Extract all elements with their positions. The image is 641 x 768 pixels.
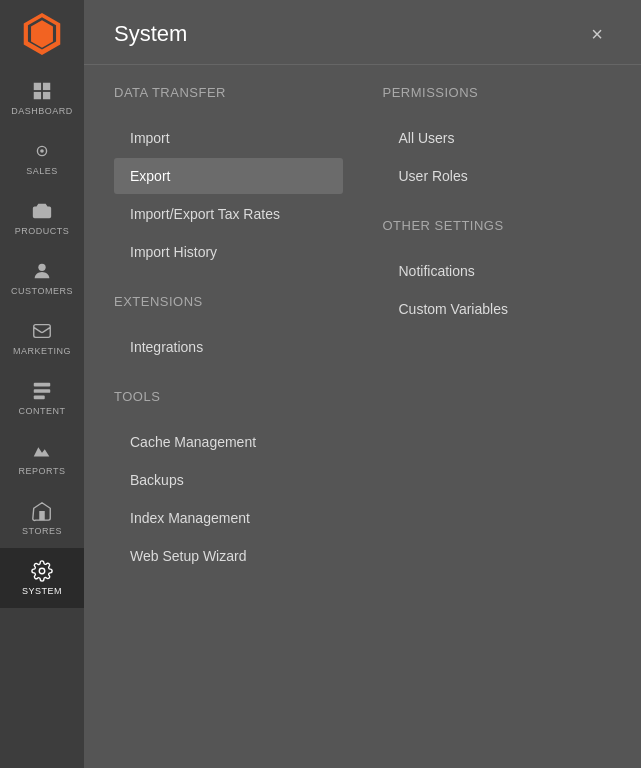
other-settings-section: Other Settings Notifications Custom Vari… (383, 218, 612, 327)
tools-title: Tools (114, 389, 343, 408)
marketing-icon (31, 320, 53, 342)
sidebar-item-products[interactable]: Products (0, 188, 84, 248)
svg-rect-3 (43, 92, 50, 99)
sidebar-item-content-label: Content (19, 406, 66, 416)
svg-point-5 (38, 264, 45, 271)
svg-rect-7 (34, 389, 51, 393)
sidebar: Dashboard Sales Products Customers Marke… (0, 0, 84, 768)
sidebar-item-reports[interactable]: Reports (0, 428, 84, 488)
custom-variables-link[interactable]: Custom Variables (383, 291, 612, 327)
sales-icon (31, 140, 53, 162)
svg-rect-8 (34, 396, 45, 400)
backups-link[interactable]: Backups (114, 462, 343, 498)
sidebar-item-sales-label: Sales (26, 166, 58, 176)
sidebar-item-sales[interactable]: Sales (0, 128, 84, 188)
tools-section: Tools Cache Management Backups Index Man… (114, 389, 343, 574)
other-settings-title: Other Settings (383, 218, 612, 237)
permissions-title: Permissions (383, 85, 612, 104)
sidebar-item-content[interactable]: Content (0, 368, 84, 428)
panel-title: System (114, 21, 187, 47)
panel-header: System × (84, 0, 641, 65)
sidebar-item-dashboard[interactable]: Dashboard (0, 68, 84, 128)
permissions-section: Permissions All Users User Roles (383, 85, 612, 194)
main-content: System × Data Transfer Import Export Imp… (84, 0, 641, 768)
content-icon (31, 380, 53, 402)
sidebar-item-customers[interactable]: Customers (0, 248, 84, 308)
notifications-link[interactable]: Notifications (383, 253, 612, 289)
index-management-link[interactable]: Index Management (114, 500, 343, 536)
extensions-section: Extensions Integrations (114, 294, 343, 365)
import-export-tax-link[interactable]: Import/Export Tax Rates (114, 196, 343, 232)
data-transfer-section: Data Transfer Import Export Import/Expor… (114, 85, 343, 270)
panel-body: Data Transfer Import Export Import/Expor… (84, 65, 641, 618)
user-roles-link[interactable]: User Roles (383, 158, 612, 194)
integrations-link[interactable]: Integrations (114, 329, 343, 365)
stores-icon (31, 500, 53, 522)
all-users-link[interactable]: All Users (383, 120, 612, 156)
sidebar-item-stores-label: Stores (22, 526, 62, 536)
customers-icon (31, 260, 53, 282)
svg-rect-0 (34, 83, 41, 90)
system-icon (31, 560, 53, 582)
sidebar-item-products-label: Products (15, 226, 70, 236)
sidebar-item-system-label: System (22, 586, 62, 596)
dashboard-icon (31, 80, 53, 102)
sidebar-item-stores[interactable]: Stores (0, 488, 84, 548)
sidebar-item-marketing[interactable]: Marketing (0, 308, 84, 368)
sidebar-item-customers-label: Customers (11, 286, 73, 296)
sidebar-item-marketing-label: Marketing (13, 346, 71, 356)
sidebar-item-system[interactable]: System (0, 548, 84, 608)
svg-rect-2 (34, 92, 41, 99)
export-link[interactable]: Export (114, 158, 343, 194)
cache-management-link[interactable]: Cache Management (114, 424, 343, 460)
reports-icon (31, 440, 53, 462)
sidebar-item-dashboard-label: Dashboard (11, 106, 73, 116)
products-icon (31, 200, 53, 222)
close-button[interactable]: × (583, 20, 611, 48)
panel-right-col: Permissions All Users User Roles Other S… (383, 85, 612, 598)
system-panel: System × Data Transfer Import Export Imp… (84, 0, 641, 768)
svg-point-4 (40, 149, 44, 153)
sidebar-logo (0, 0, 84, 68)
svg-point-9 (39, 568, 45, 574)
web-setup-wizard-link[interactable]: Web Setup Wizard (114, 538, 343, 574)
svg-rect-1 (43, 83, 50, 90)
data-transfer-title: Data Transfer (114, 85, 343, 104)
panel-left-col: Data Transfer Import Export Import/Expor… (114, 85, 343, 598)
import-link[interactable]: Import (114, 120, 343, 156)
magento-logo (21, 13, 63, 55)
svg-rect-6 (34, 383, 51, 387)
extensions-title: Extensions (114, 294, 343, 313)
import-history-link[interactable]: Import History (114, 234, 343, 270)
sidebar-item-reports-label: Reports (19, 466, 66, 476)
